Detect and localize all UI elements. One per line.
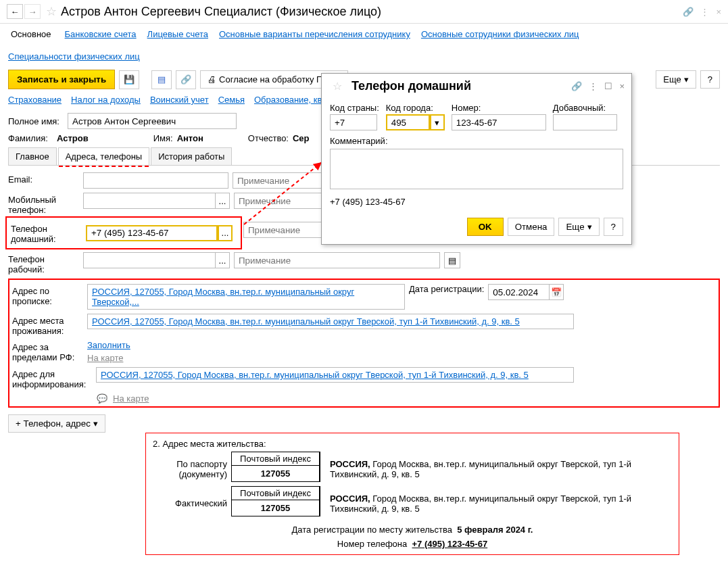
lastname-value: Астров [57, 133, 89, 143]
fact-address: РОССИЯ, Город Москва, вн.тер.г. муниципа… [324, 491, 672, 516]
country-code-label: Код страны: [330, 103, 379, 113]
nav-licev[interactable]: Лицевые счета [147, 29, 208, 39]
comment-label: Комментарий: [330, 136, 623, 146]
nav-back[interactable]: ← [7, 4, 23, 19]
ext-label: Добавочный: [553, 103, 617, 113]
map-link-2[interactable]: На карте [113, 393, 149, 404]
lastname-label: Фамилия: [8, 133, 53, 143]
middle-value: Сер [293, 133, 310, 143]
star-icon[interactable]: ☆ [46, 4, 57, 19]
list-icon-button[interactable]: ▤ [151, 70, 172, 89]
printer-icon: 🖨 [208, 74, 216, 85]
callout-section-title: 2. Адрес места жительства: [153, 439, 672, 449]
ext-input[interactable] [553, 114, 617, 130]
phone-preview: +7 (495) 123-45-67 [330, 197, 623, 207]
nav-bank[interactable]: Банковские счета [65, 29, 137, 39]
work-label: Телефон рабочий: [8, 252, 79, 274]
full-name-input[interactable] [68, 113, 237, 129]
help-button[interactable]: ? [700, 70, 720, 89]
save-close-button[interactable]: Записать и закрыть [8, 70, 115, 89]
passport-label: По паспорту (документу) [153, 459, 227, 479]
firstname-label: Имя: [153, 133, 173, 143]
work-note[interactable] [234, 252, 440, 268]
email-label: Email: [8, 172, 79, 185]
comment-textarea[interactable] [330, 149, 623, 189]
popup-cancel-button[interactable]: Отмена [508, 218, 555, 236]
number-label: Номер: [452, 103, 546, 113]
tab-addresses[interactable]: Адреса, телефоны [58, 147, 150, 165]
email-input[interactable] [83, 172, 228, 189]
city-code-label: Код города: [386, 103, 445, 113]
firstname-value: Антон [177, 133, 203, 143]
popup-more-button[interactable]: Еще ▾ [558, 218, 599, 236]
fact-label: Фактический [153, 498, 227, 508]
city-code-input[interactable] [386, 114, 430, 130]
save-icon[interactable]: 💾 [119, 70, 139, 89]
link-family[interactable]: Семья [218, 95, 245, 105]
mobile-label: Мобильный телефон: [8, 193, 79, 215]
nav-fwd[interactable]: → [24, 4, 41, 19]
addr-abroad-label: Адрес за пределами РФ: [12, 340, 83, 362]
mobile-input[interactable] [83, 193, 215, 209]
home-phone-label: Телефон домашний: [11, 222, 82, 244]
nav-main[interactable]: Основное [8, 28, 54, 41]
number-input[interactable] [452, 114, 546, 130]
addr-fill-link[interactable]: Заполнить [87, 340, 130, 350]
note-icon: 💬 [97, 393, 107, 404]
home-phone-dots[interactable]: ... [218, 225, 233, 241]
page-title: Астров Антон Сергеевич Специалист (Физич… [61, 5, 381, 19]
popup-link-icon[interactable]: 🔗 [571, 81, 582, 91]
link-icon[interactable]: 🔗 [683, 7, 694, 17]
popup-star-icon[interactable]: ☆ [333, 80, 342, 93]
mobile-dots[interactable]: ... [215, 193, 230, 209]
calendar-icon[interactable]: 📅 [549, 284, 564, 300]
addr-notify-field[interactable]: РОССИЯ, 127055, Город Москва, вн.тер.г. … [96, 367, 574, 383]
addr-notify-label: Адрес для информирования: [12, 367, 92, 389]
link-insurance[interactable]: Страхование [8, 95, 62, 105]
addr-reg-field[interactable]: РОССИЯ, 127055, Город Москва, вн.тер.г. … [87, 284, 405, 310]
link-tax[interactable]: Налог на доходы [71, 95, 141, 105]
work-dots[interactable]: ... [215, 252, 230, 268]
popup-max-icon[interactable]: ☐ [604, 81, 612, 91]
work-input[interactable] [83, 252, 215, 268]
full-name-label: Полное имя: [8, 116, 64, 126]
home-phone-input[interactable] [86, 225, 218, 241]
more-button[interactable]: Еще ▾ [656, 70, 696, 89]
link-military[interactable]: Воинский учет [150, 95, 209, 105]
middle-label: Отчество: [248, 133, 289, 143]
popup-help-button[interactable]: ? [604, 218, 623, 236]
map-link-1[interactable]: На карте [87, 353, 130, 363]
nav-specialties[interactable]: Специальности физических лиц [8, 51, 140, 62]
nav-employees[interactable]: Основные сотрудники физических лиц [421, 29, 579, 39]
addr-live-field[interactable]: РОССИЯ, 127055, Город Москва, вн.тер.г. … [87, 314, 574, 329]
tab-main[interactable]: Главное [8, 147, 57, 165]
reg-date-label: Дата регистрации: [409, 284, 484, 294]
link-education[interactable]: Образование, ква [254, 95, 326, 105]
country-code-input[interactable] [330, 114, 377, 130]
reg-date-input[interactable] [488, 284, 549, 300]
kebab-icon[interactable]: ⋮ [700, 7, 709, 17]
nav-transfer[interactable]: Основные варианты перечисления сотрудник… [219, 29, 410, 39]
popup-kebab-icon[interactable]: ⋮ [589, 81, 598, 91]
tab-history[interactable]: История работы [151, 147, 232, 165]
close-window-icon[interactable]: × [716, 7, 721, 17]
attach-icon-button[interactable]: 🔗 [176, 70, 196, 89]
city-code-dropdown[interactable]: ▾ [430, 114, 445, 130]
addr-reg-label: Адрес по прописке: [12, 284, 83, 306]
work-options-icon[interactable]: ▤ [444, 252, 460, 268]
popup-title: Телефон домашний [351, 79, 471, 93]
add-contact-button[interactable]: + Телефон, адрес ▾ [8, 414, 105, 433]
popup-ok-button[interactable]: OK [467, 218, 504, 236]
passport-address: РОССИЯ, Город Москва, вн.тер.г. муниципа… [324, 456, 672, 482]
addr-live-label: Адрес места проживания: [12, 314, 83, 336]
popup-close-icon[interactable]: × [619, 81, 625, 91]
